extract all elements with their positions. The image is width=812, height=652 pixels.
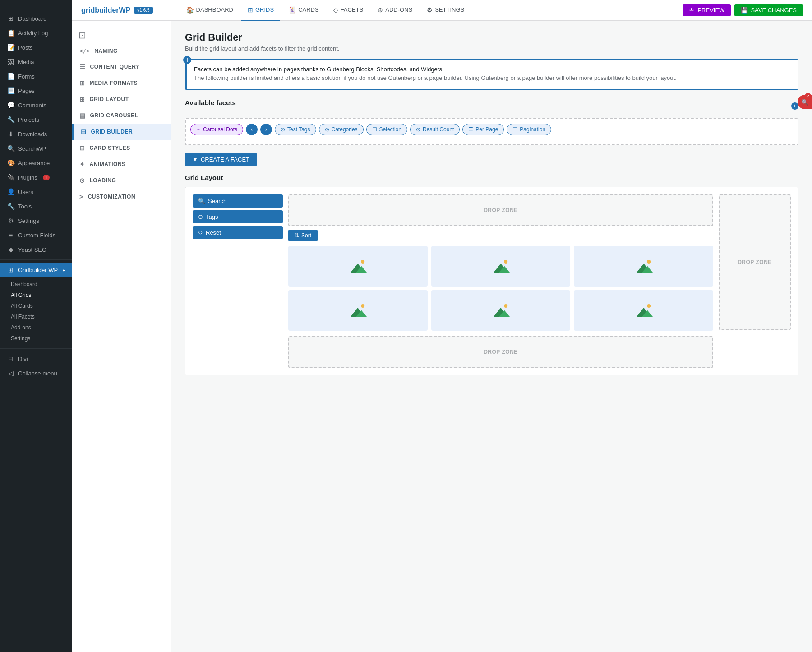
sidebar-divider-2 <box>0 348 72 349</box>
nav-grids-icon: ⊞ <box>248 6 253 14</box>
sidebar-item-forms[interactable]: 📄 Forms <box>0 69 72 83</box>
drop-zone-bottom[interactable]: DROP ZONE <box>288 336 713 368</box>
preview-button[interactable]: 👁 PREVIEW <box>683 4 731 16</box>
sidebar-sub-all-grids[interactable]: All Grids <box>0 290 72 301</box>
page-subtitle: Build the grid layout and add facets to … <box>185 45 798 52</box>
nav-item-addons[interactable]: ⊕ ADD-ONS <box>371 0 419 21</box>
facets-drop-area[interactable]: ··· Carousel Dots ‹ › <box>185 118 798 145</box>
create-facet-icon: ▼ <box>192 156 198 163</box>
facet-pagination[interactable]: ☐ Pagination <box>507 124 551 135</box>
facet-carousel-dots[interactable]: ··· Carousel Dots <box>190 124 243 135</box>
facet-next[interactable]: › <box>260 124 272 135</box>
facet-prev[interactable]: ‹ <box>246 124 258 135</box>
sidebar-item-posts[interactable]: 📝 Posts <box>0 40 72 55</box>
grid-facet-tags[interactable]: ⊙ Tags <box>193 210 283 223</box>
animations-icon: ✦ <box>79 161 85 168</box>
sidebar-sub-gb-dashboard[interactable]: Dashboard <box>0 279 72 290</box>
panel-item-customization[interactable]: > Customization <box>72 189 171 205</box>
nav-items: 🏠 DASHBOARD ⊞ GRIDS 🃏 CARDS ◇ FACETS ⊕ <box>180 0 683 21</box>
panel-item-content-query[interactable]: ☰ Content Query <box>72 59 171 75</box>
sidebar-sub-all-cards[interactable]: All Cards <box>0 301 72 311</box>
drop-zone-top[interactable]: DROP ZONE <box>288 194 713 226</box>
posts-icon: 📝 <box>7 44 14 51</box>
collapse-icon: ◁ <box>7 370 14 377</box>
nav-addons-icon: ⊕ <box>378 6 383 14</box>
sidebar-sub-settings[interactable]: Settings <box>0 333 72 344</box>
card-styles-icon: ⊟ <box>79 144 85 152</box>
svg-point-15 <box>647 304 651 308</box>
divi-icon: ⊟ <box>7 355 14 362</box>
sidebar-item-custom-fields[interactable]: ≡ Custom Fields <box>0 228 72 242</box>
sidebar-item-activity-log[interactable]: 📋 Activity Log <box>0 26 72 40</box>
nav-item-facets[interactable]: ◇ FACETS <box>327 0 370 21</box>
per-page-icon: ☰ <box>468 126 473 133</box>
panel-item-naming[interactable]: </> Naming <box>72 43 171 59</box>
sidebar-item-plugins[interactable]: 🔌 Plugins 1 <box>0 170 72 185</box>
nav-item-cards[interactable]: 🃏 CARDS <box>282 0 325 21</box>
grid-facet-reset[interactable]: ↺ Reset <box>193 226 283 239</box>
save-changes-button[interactable]: 💾 SAVE CHANGES <box>734 4 803 16</box>
sidebar-item-divi[interactable]: ⊟ Divi <box>0 351 72 366</box>
reset-facet-icon: ↺ <box>198 229 203 236</box>
sidebar-sub-addons[interactable]: Add-ons <box>0 322 72 333</box>
panel-item-grid-builder[interactable]: ⊟ GRID BUILDER <box>72 124 171 140</box>
tags-facet-icon: ⊙ <box>198 213 203 220</box>
sidebar-item-downloads[interactable]: ⬇ Downloads <box>0 127 72 141</box>
grid-facet-search[interactable]: 🔍 Search <box>193 194 283 208</box>
panel-item-media-formats[interactable]: ⊞ Media Formats <box>72 75 171 91</box>
grid-layout-title: Grid Layout <box>185 174 223 181</box>
top-nav: gridbuilderWP v1.6.5 🏠 DASHBOARD ⊞ GRIDS… <box>72 0 812 21</box>
facet-categories[interactable]: ⊙ Categories <box>319 124 364 135</box>
nav-item-settings[interactable]: ⚙ SETTINGS <box>420 0 471 21</box>
gridbuilder-icon: ⊞ <box>7 266 14 273</box>
panel-item-grid-layout[interactable]: ⊞ Grid Layout <box>72 91 171 107</box>
grid-layout-section: Grid Layout 🔍 Search ⊙ <box>185 174 798 375</box>
panel-item-card-styles[interactable]: ⊟ CARD STYLES <box>72 140 171 156</box>
expand-toggle[interactable]: ⊡ <box>72 25 171 43</box>
nav-logo: gridbuilderWP v1.6.5 <box>81 6 166 14</box>
grid-right: DROP ZONE <box>719 194 791 368</box>
sidebar-item-settings[interactable]: ⚙ Settings <box>0 213 72 228</box>
panel-item-loading[interactable]: ⊙ Loading <box>72 172 171 189</box>
card-image-4 <box>347 302 369 319</box>
panel-item-grid-carousel[interactable]: ▤ GRID CAROUSEL <box>72 107 171 124</box>
sidebar-item-projects[interactable]: 🔧 Projects <box>0 112 72 127</box>
facets-row: ··· Carousel Dots ‹ › <box>190 124 793 135</box>
sidebar-sub-all-facets[interactable]: All Facets <box>0 311 72 322</box>
card-image-1 <box>347 258 369 274</box>
grid-layout-wrapper: 🔍 Search ⊙ Tags ↺ Reset <box>185 187 798 375</box>
nav-cards-icon: 🃏 <box>288 6 296 14</box>
yoast-icon: ◆ <box>7 246 14 253</box>
facet-result-count[interactable]: ⊙ Result Count <box>410 124 460 135</box>
sidebar-item-pages[interactable]: 📃 Pages <box>0 83 72 98</box>
sidebar-item-dashboard[interactable]: ⊞ Dashboard <box>0 11 72 26</box>
sort-button[interactable]: ⇅ Sort <box>288 230 318 241</box>
carousel-dots-icon: ··· <box>196 126 201 133</box>
facet-test-tags[interactable]: ⊙ Test Tags <box>275 124 316 135</box>
sidebar-item-tools[interactable]: 🔧 Tools <box>0 199 72 213</box>
sidebar-item-gridbuilder[interactable]: ⊞ Gridbuilder WP ▸ <box>0 263 72 277</box>
sidebar-item-yoast[interactable]: ◆ Yoast SEO <box>0 242 72 257</box>
sidebar: ⊞ Dashboard 📋 Activity Log 📝 Posts 🖼 Med… <box>0 0 72 652</box>
panel-item-animations[interactable]: ✦ Animations <box>72 156 171 172</box>
sidebar-item-searchwp[interactable]: 🔍 SearchWP <box>0 141 72 156</box>
facet-selection[interactable]: ☐ Selection <box>366 124 407 135</box>
searchwp-notification[interactable]: 🔍 2 <box>798 95 812 109</box>
naming-icon: </> <box>79 48 90 54</box>
nav-dashboard-icon: 🏠 <box>186 6 194 14</box>
sidebar-item-comments[interactable]: 💬 Comments <box>0 98 72 112</box>
nav-item-grids[interactable]: ⊞ GRIDS <box>241 0 280 21</box>
nav-item-dashboard[interactable]: 🏠 DASHBOARD <box>180 0 240 21</box>
facet-per-page[interactable]: ☰ Per Page <box>462 124 504 135</box>
info-box-main: Facets can be added anywhere in pages th… <box>194 66 791 73</box>
sidebar-item-media[interactable]: 🖼 Media <box>0 55 72 69</box>
sidebar-item-collapse[interactable]: ◁ Collapse menu <box>0 366 72 380</box>
drop-zone-right[interactable]: DROP ZONE <box>719 194 791 330</box>
create-facet-button[interactable]: ▼ CREATE A FACET <box>185 153 257 166</box>
nav-settings-icon: ⚙ <box>427 6 433 14</box>
page-header: Grid Builder Build the grid layout and a… <box>185 32 798 52</box>
sidebar-item-users[interactable]: 👤 Users <box>0 185 72 199</box>
settings-icon: ⚙ <box>7 217 14 224</box>
sidebar-item-appearance[interactable]: 🎨 Appearance <box>0 156 72 170</box>
tools-icon: 🔧 <box>7 203 14 210</box>
